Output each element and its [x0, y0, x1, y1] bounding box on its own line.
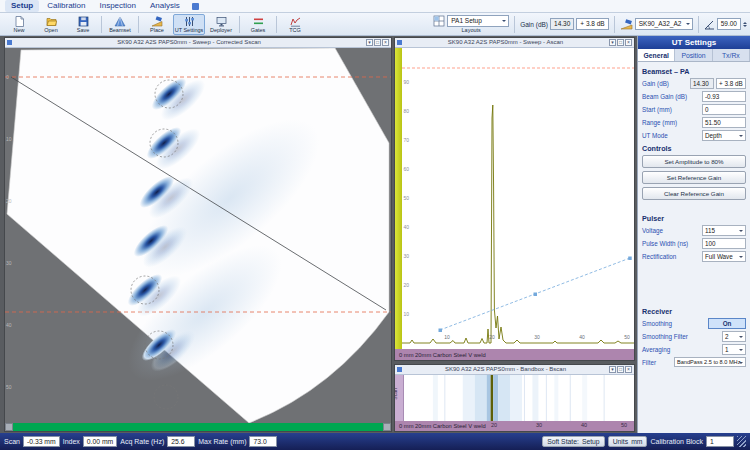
bscan-plot-area[interactable]: Scan — [395, 375, 634, 421]
layout-select[interactable]: PA1 Setup — [447, 15, 509, 27]
range-field[interactable]: 51.50 — [702, 117, 746, 128]
smoothing-label: Smoothing — [642, 320, 706, 327]
start-field[interactable]: 0 — [702, 104, 746, 115]
scan-status-value: -0.33 mm — [23, 436, 60, 447]
bscan-ruler-tick: 30 — [536, 422, 542, 428]
place-button[interactable]: Place — [141, 14, 173, 35]
filter-select[interactable]: BandPass 2.5 to 8.0 MHz — [674, 357, 746, 367]
probe-select[interactable]: SK90_A32_A2 — [635, 18, 693, 30]
gates-label: Gates — [251, 27, 266, 33]
sscan-plot[interactable]: 0 10 20 30 40 50 — [5, 48, 391, 423]
amplitude-ruler-bar[interactable] — [395, 48, 402, 349]
save-button[interactable]: Save — [67, 14, 99, 35]
menu-inspection[interactable]: Inspection — [93, 0, 141, 12]
ut-settings-sliders-icon — [184, 16, 195, 27]
bscan-view: SK90 A32 A2S PAPS0mm - Bandbox - Bscan ▾… — [394, 364, 635, 432]
sscan-header-icons: ▾ □ × — [366, 39, 389, 46]
svg-text:30: 30 — [404, 253, 410, 259]
range-label: Range (mm) — [642, 119, 700, 126]
pulse-width-field[interactable]: 100 — [702, 238, 746, 249]
scan-axis-left-cap[interactable] — [5, 423, 13, 431]
view-float-icon[interactable]: □ — [617, 39, 624, 46]
menu-calibration[interactable]: Calibration — [41, 0, 91, 12]
view-float-icon[interactable]: □ — [617, 366, 624, 373]
bscan-ruler-tick: 50 — [621, 422, 627, 428]
tcg-point — [628, 257, 632, 261]
deployer-button[interactable]: Deployer — [205, 14, 237, 35]
scan-axis-right-cap[interactable] — [383, 423, 391, 431]
view-type-icon — [397, 367, 402, 372]
toolbar-separator — [514, 16, 515, 33]
menu-setup[interactable]: Setup — [5, 0, 39, 12]
material-overlay-label: 0 mm 20mm Carbon Steel V weld — [395, 423, 486, 429]
smoothing-filter-select[interactable]: 2 — [722, 331, 746, 342]
ut-settings-label: UT Settings — [175, 27, 204, 33]
averaging-select[interactable]: 1 — [722, 344, 746, 355]
beam-gain-field[interactable]: -0.93 — [702, 91, 746, 102]
open-folder-icon — [46, 16, 57, 27]
open-button[interactable]: Open — [35, 14, 67, 35]
tab-general[interactable]: General — [638, 49, 675, 61]
gain-delta-field[interactable]: + 3.8 dB — [716, 78, 746, 89]
scan-axis-bar[interactable] — [5, 423, 391, 431]
beamset-fan-icon — [114, 16, 126, 27]
set-amplitude-button[interactable]: Set Amplitude to 80% — [642, 155, 746, 168]
smoothing-toggle[interactable]: On — [708, 318, 746, 329]
menu-bar: Setup Calibration Inspection Analysis — [0, 0, 750, 13]
svg-text:90: 90 — [404, 79, 410, 85]
place-wedge-icon — [151, 16, 163, 27]
clear-reference-gain-button[interactable]: Clear Reference Gain — [642, 187, 746, 200]
units-button[interactable]: Units mm — [608, 436, 648, 447]
ut-mode-select[interactable]: Depth — [702, 130, 746, 141]
menu-analysis[interactable]: Analysis — [144, 0, 186, 12]
index-status-value: 0.00 mm — [83, 436, 117, 447]
ascan-plot-area[interactable]: 90 80 70 60 50 40 30 20 10 10 20 — [395, 48, 634, 349]
rectification-select[interactable]: Full Wave — [702, 251, 746, 262]
angle-value[interactable]: 59.00 — [717, 18, 741, 30]
ut-settings-button[interactable]: UT Settings — [173, 14, 205, 35]
voltage-select[interactable]: 115 — [702, 225, 746, 236]
tcg-point — [534, 293, 538, 297]
panel-title: UT Settings — [638, 36, 750, 49]
panel-tabs: General Position Tx/Rx — [638, 49, 750, 62]
view-float-icon[interactable]: □ — [374, 39, 381, 46]
sscan-plot-area[interactable]: 0 10 20 30 40 50 — [5, 48, 391, 423]
gain-field[interactable]: 14.30 — [690, 78, 714, 89]
layouts-group-label: Layouts — [462, 27, 481, 33]
view-close-icon[interactable]: × — [625, 39, 632, 46]
toolbar-separator — [239, 16, 240, 33]
ut-settings-panel: UT Settings General Position Tx/Rx Beams… — [637, 36, 750, 433]
new-button[interactable]: New — [3, 14, 35, 35]
section-receiver: Receiver — [642, 307, 746, 316]
view-menu-icon[interactable]: ▾ — [609, 366, 616, 373]
layouts-grid-icon — [433, 15, 445, 27]
ascan-plot[interactable]: 90 80 70 60 50 40 30 20 10 10 20 — [402, 48, 634, 349]
bscan-title: SK90 A32 A2S PAPS0mm - Bandbox - Bscan — [404, 365, 607, 374]
view-menu-icon[interactable]: ▾ — [366, 39, 373, 46]
gain-value[interactable]: 14.30 — [550, 18, 574, 30]
gates-button[interactable]: Gates — [242, 14, 274, 35]
bscan-header-icons: ▾ □ × — [609, 366, 632, 373]
beamset-button[interactable]: Beamset — [104, 14, 136, 35]
workspace: SK90 A32 A2S PAPS0mm - Sweep - Corrected… — [0, 36, 750, 433]
bscan-plot[interactable] — [405, 375, 634, 421]
view-close-icon[interactable]: × — [625, 366, 632, 373]
svg-text:40: 40 — [404, 224, 410, 230]
tab-txrx[interactable]: Tx/Rx — [713, 49, 750, 61]
bscan-ruler-tick: 20 — [491, 422, 497, 428]
svg-text:60: 60 — [404, 166, 410, 172]
tab-position[interactable]: Position — [675, 49, 712, 61]
units-label: Units — [613, 438, 629, 445]
view-menu-icon[interactable]: ▾ — [609, 39, 616, 46]
toolbar-separator — [698, 16, 699, 33]
view-close-icon[interactable]: × — [382, 39, 389, 46]
tcg-button[interactable]: TCG — [279, 14, 311, 35]
calibration-block-value[interactable]: 1 — [706, 436, 734, 447]
gain-delta[interactable]: + 3.8 dB — [576, 18, 608, 30]
sscan-depth-ruler: 0 10 20 30 40 50 — [6, 74, 12, 390]
soft-state-button[interactable]: Soft State: Setup — [542, 436, 605, 447]
angle-spinner[interactable] — [743, 22, 747, 27]
spacer — [642, 264, 746, 304]
menu-app-icon — [192, 3, 199, 10]
set-reference-gain-button[interactable]: Set Reference Gain — [642, 171, 746, 184]
